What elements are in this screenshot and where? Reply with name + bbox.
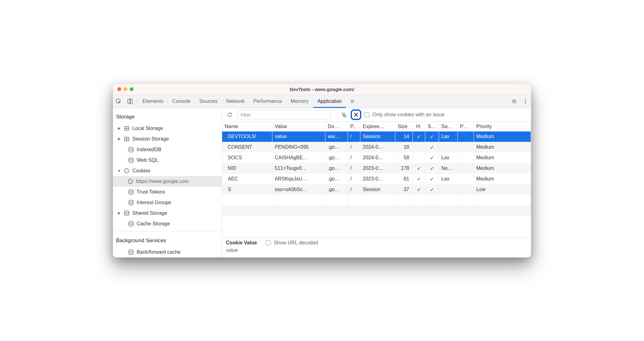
column-header[interactable]: Size xyxy=(395,122,412,132)
cell-http: ✓ xyxy=(412,174,425,184)
cell-secure: ✓ xyxy=(425,152,439,163)
kebab-menu-icon[interactable] xyxy=(520,95,531,108)
table-row[interactable]: AECARSKqsJsU….go…/2023-0…61✓✓LaxMedium xyxy=(222,174,531,184)
cell-http xyxy=(412,142,425,152)
cell-samesite: Lax xyxy=(439,152,457,163)
cell-expires: Session xyxy=(360,184,395,195)
sidebar-item-trust-tokens[interactable]: Trust Tokens xyxy=(113,187,222,197)
expander-icon[interactable]: ▶ xyxy=(117,211,121,215)
settings-icon[interactable] xyxy=(509,95,520,108)
table-row[interactable]: DEVTOOLS!valueww…/Session14✓✓LaxMedium xyxy=(222,131,531,142)
sidebar-item-cookies[interactable]: ▼Cookies xyxy=(113,166,222,176)
cell-value: CAISHAgBE… xyxy=(272,152,325,163)
column-header[interactable]: P… xyxy=(457,122,474,132)
cell-size: 37 xyxy=(395,184,412,195)
cell-expires: 2023-0… xyxy=(360,163,395,174)
cell-priority: Low xyxy=(474,184,531,195)
only-issue-label: Only show cookies with an issue xyxy=(373,112,444,118)
sidebar-item-label: Trust Tokens xyxy=(137,189,165,195)
sidebar-item-label: Interest Groups xyxy=(137,200,171,205)
refresh-icon[interactable] xyxy=(225,110,234,119)
expander-icon[interactable]: ▶ xyxy=(117,126,121,130)
table-row[interactable]: NID511=Tsugv0….go…/2023-0…178✓✓No…Medium xyxy=(222,163,531,174)
cell-size: 178 xyxy=(395,163,412,174)
expander-icon[interactable]: ▼ xyxy=(117,169,121,173)
only-issue-checkbox[interactable] xyxy=(364,112,369,117)
tab-console[interactable]: Console xyxy=(168,95,195,108)
table-row[interactable]: Ssso=sA0bSc….go…/Session37✓✓Low xyxy=(222,184,531,195)
window-title: DevTools - www.google.com/ xyxy=(113,87,531,92)
sidebar-item-session-storage[interactable]: ▶Session Storage xyxy=(113,134,222,144)
tab-sources[interactable]: Sources xyxy=(195,95,222,108)
sidebar-group-title: Background Services xyxy=(113,233,222,247)
grid-icon xyxy=(124,125,130,132)
column-header[interactable]: Do… xyxy=(325,122,348,132)
grid-icon xyxy=(124,136,130,142)
cell-http: ✓ xyxy=(412,131,425,142)
device-toggle-icon[interactable] xyxy=(124,95,135,108)
column-header[interactable]: H. xyxy=(412,122,425,132)
delete-cookie-button[interactable] xyxy=(351,109,361,120)
cell-path: / xyxy=(348,163,360,174)
cell-samesite: Lax xyxy=(439,174,457,184)
sidebar-item-label: Session Storage xyxy=(132,136,169,142)
cookies-table[interactable]: NameValueDo…P..Expires…SizeH.S…Sa…P…Prio… xyxy=(222,122,531,237)
main-tabbar: ElementsConsoleSourcesNetworkPerformance… xyxy=(113,95,531,108)
sidebar-item-cache-storage[interactable]: Cache Storage xyxy=(113,219,222,229)
devtools-window: DevTools - www.google.com/ ElementsConso… xyxy=(113,84,531,257)
cell-samesite: No… xyxy=(439,163,457,174)
tab-performance[interactable]: Performance xyxy=(249,95,286,108)
cell-name: NID xyxy=(222,163,272,174)
cell-domain: .go… xyxy=(325,142,348,152)
column-header[interactable]: Name xyxy=(222,122,272,132)
column-header[interactable]: Sa… xyxy=(439,122,457,132)
cell-name: SOCS xyxy=(222,152,272,163)
cookie-value-text: value xyxy=(226,247,527,253)
table-row[interactable]: SOCSCAISHAgBE….go…/2024-0…58✓LaxMedium xyxy=(222,152,531,163)
cell-partition xyxy=(457,174,474,184)
cell-value: value xyxy=(272,131,325,142)
tab-memory[interactable]: Memory xyxy=(286,95,313,108)
sidebar-item-cookie-origin[interactable]: https://www.google.com xyxy=(113,176,222,187)
sidebar-item-back-forward-cache[interactable]: Back/forward cache xyxy=(113,247,222,257)
expander-icon[interactable]: ▶ xyxy=(117,137,121,141)
tab-application[interactable]: Application xyxy=(313,95,346,108)
column-header[interactable]: Expires… xyxy=(360,122,395,132)
filter-input[interactable] xyxy=(237,110,331,119)
db-icon xyxy=(128,146,134,153)
column-header[interactable]: Priority xyxy=(474,122,531,132)
cell-partition xyxy=(457,184,474,195)
cell-domain: .go… xyxy=(325,163,348,174)
url-decoded-checkbox[interactable] xyxy=(266,240,271,245)
cell-path: / xyxy=(348,142,360,152)
sidebar-item-label: Cookies xyxy=(132,168,150,174)
column-header[interactable]: Value xyxy=(272,122,325,132)
url-decoded-label: Show URL decoded xyxy=(274,240,318,246)
cell-size: 14 xyxy=(395,131,412,142)
cell-samesite xyxy=(439,184,457,195)
column-header[interactable]: P.. xyxy=(348,122,360,132)
sidebar-item-local-storage[interactable]: ▶Local Storage xyxy=(113,123,222,134)
titlebar: DevTools - www.google.com/ xyxy=(113,84,531,95)
tab-elements[interactable]: Elements xyxy=(138,95,168,108)
cell-secure: ✓ xyxy=(425,163,439,174)
clear-filter-icon[interactable] xyxy=(339,110,348,119)
tab-network[interactable]: Network xyxy=(222,95,249,108)
sidebar-item-label: Web SQL xyxy=(137,157,158,163)
cell-secure: ✓ xyxy=(425,131,439,142)
sidebar-item-indexeddb[interactable]: IndexedDB xyxy=(113,144,222,155)
more-tabs-icon[interactable] xyxy=(346,95,357,108)
db-icon xyxy=(124,210,130,216)
cell-priority: Medium xyxy=(474,163,531,174)
sidebar-item-shared-storage[interactable]: ▶Shared Storage xyxy=(113,208,222,219)
sidebar-item-interest-groups[interactable]: Interest Groups xyxy=(113,197,222,208)
cell-expires: 2024-0… xyxy=(360,142,395,152)
cell-expires: Session xyxy=(360,131,395,142)
table-row[interactable]: CONSENTPENDING+095.go…/2024-0…18✓Medium xyxy=(222,142,531,152)
db-icon xyxy=(128,199,134,206)
cookie-icon xyxy=(124,168,130,174)
column-header[interactable]: S… xyxy=(425,122,439,132)
cell-domain: .go… xyxy=(325,184,348,195)
sidebar-item-web-sql[interactable]: Web SQL xyxy=(113,155,222,166)
inspect-element-icon[interactable] xyxy=(113,95,124,108)
